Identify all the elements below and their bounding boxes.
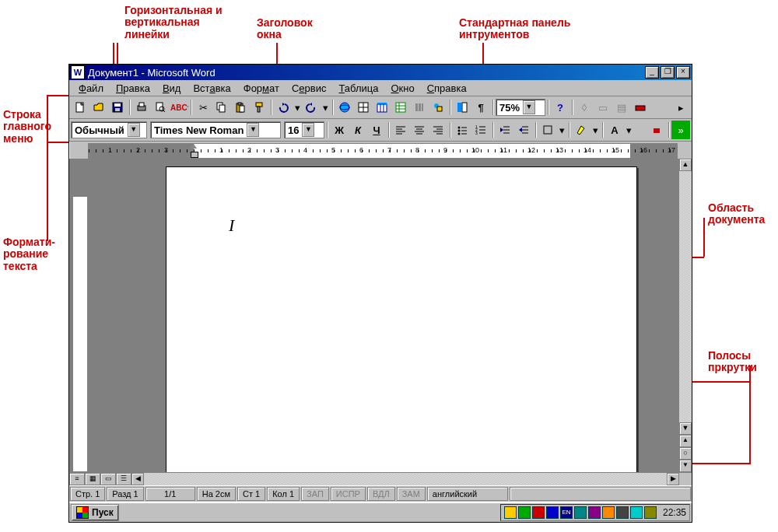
document-viewport[interactable]: I <box>88 159 678 472</box>
menu-edit[interactable]: Правка <box>110 81 156 96</box>
prev-page-button[interactable]: ▲ <box>679 435 692 447</box>
format-painter-icon[interactable] <box>250 98 268 117</box>
borders-dropdown[interactable]: ▾ <box>557 121 566 139</box>
size-combo[interactable]: 16▼ <box>284 121 324 138</box>
extra-4-icon[interactable] <box>631 98 650 117</box>
tray-icon[interactable] <box>574 506 587 519</box>
font-color-dropdown[interactable]: ▾ <box>624 121 633 139</box>
dropdown-arrow-icon[interactable]: ▼ <box>523 100 535 114</box>
align-right-icon[interactable] <box>429 121 447 139</box>
style-combo[interactable]: Обычный▼ <box>71 121 147 138</box>
tables-borders-icon[interactable] <box>354 98 373 117</box>
menu-file[interactable]: Файл <box>72 81 110 96</box>
zoom-combo[interactable]: 75%▼ <box>496 99 545 116</box>
scroll-track[interactable] <box>144 473 667 485</box>
menu-format[interactable]: Формат <box>237 81 286 96</box>
tray-icon[interactable] <box>588 506 601 519</box>
normal-view-button[interactable]: ≡ <box>69 473 85 485</box>
print-view-button[interactable]: ▭ <box>100 473 116 485</box>
system-tray[interactable]: EN 22:35 <box>500 504 690 521</box>
scroll-up-button[interactable]: ▲ <box>679 159 692 171</box>
copy-icon[interactable] <box>212 98 231 117</box>
minimize-button[interactable]: _ <box>645 66 659 79</box>
horizontal-scrollbar[interactable]: ◀ ▶ <box>131 473 679 485</box>
toolbar-more-icon[interactable]: » <box>671 121 690 139</box>
redo-icon[interactable] <box>302 98 321 117</box>
horizontal-ruler[interactable]: 3211234567891011121314151617 <box>88 143 678 159</box>
outline-view-button[interactable]: ☰ <box>116 473 131 485</box>
redo-dropdown[interactable]: ▾ <box>321 98 330 117</box>
tray-icon[interactable] <box>504 506 517 519</box>
highlight-dropdown[interactable]: ▾ <box>591 121 600 139</box>
status-rec[interactable]: ЗАП <box>301 487 329 501</box>
highlight-icon[interactable] <box>572 121 591 139</box>
scroll-right-button[interactable]: ▶ <box>667 473 679 485</box>
preview-icon[interactable] <box>151 98 170 117</box>
cut-icon[interactable]: ✂ <box>194 98 212 117</box>
borders-icon[interactable] <box>538 121 557 139</box>
help-icon[interactable]: ? <box>551 98 569 117</box>
scroll-track[interactable] <box>679 171 692 422</box>
restore-button[interactable]: ❐ <box>661 66 675 79</box>
paste-icon[interactable] <box>231 98 250 117</box>
print-icon[interactable] <box>132 98 151 117</box>
vertical-ruler[interactable] <box>72 160 88 472</box>
tray-icon[interactable] <box>546 506 559 519</box>
show-para-icon[interactable]: ¶ <box>471 98 490 117</box>
tray-icon[interactable] <box>616 506 629 519</box>
spellcheck-icon[interactable]: ABC <box>170 98 188 117</box>
open-icon[interactable] <box>89 98 108 117</box>
undo-icon[interactable] <box>274 98 293 117</box>
taskbar-clock[interactable]: 22:35 <box>663 507 686 518</box>
menu-view[interactable]: Вид <box>156 81 187 96</box>
extra-3-icon[interactable]: ▤ <box>612 98 631 117</box>
numbering-icon[interactable]: 123 <box>471 121 490 139</box>
tray-icon[interactable] <box>602 506 615 519</box>
menu-help[interactable]: Справка <box>421 81 473 96</box>
browse-object-button[interactable]: ○ <box>679 447 692 460</box>
outdent-icon[interactable] <box>496 121 514 139</box>
menu-table[interactable]: Таблица <box>332 81 384 96</box>
font-color-icon[interactable]: A <box>605 121 624 139</box>
document-page[interactable]: I <box>166 166 637 472</box>
tray-icon[interactable] <box>518 506 531 519</box>
scroll-down-button[interactable]: ▼ <box>679 422 692 435</box>
scroll-left-button[interactable]: ◀ <box>131 473 144 485</box>
close-button[interactable]: × <box>676 66 690 79</box>
menu-insert[interactable]: Вставка <box>187 81 237 96</box>
dropdown-arrow-icon[interactable]: ▼ <box>128 123 140 137</box>
tray-icon[interactable] <box>532 506 545 519</box>
dropdown-arrow-icon[interactable]: ▼ <box>247 123 259 137</box>
extra-2-icon[interactable]: ▭ <box>594 98 612 117</box>
undo-dropdown[interactable]: ▾ <box>293 98 302 117</box>
align-center-icon[interactable] <box>410 121 429 139</box>
hyperlink-icon[interactable] <box>335 98 354 117</box>
dropdown-arrow-icon[interactable]: ▼ <box>302 123 314 137</box>
font-combo[interactable]: Times New Roman▼ <box>150 121 281 138</box>
align-left-icon[interactable] <box>391 121 410 139</box>
insert-excel-icon[interactable] <box>391 98 410 117</box>
toolbar-overflow[interactable]: ▸ <box>671 98 690 117</box>
menu-tools[interactable]: Сервис <box>286 81 333 96</box>
save-icon[interactable] <box>108 98 127 117</box>
start-button[interactable]: Пуск <box>71 504 119 521</box>
drawing-icon[interactable] <box>429 98 447 117</box>
web-view-button[interactable]: ▦ <box>85 473 100 485</box>
menu-window[interactable]: Окно <box>384 81 420 96</box>
extra-1-icon[interactable]: ◊ <box>575 98 594 117</box>
status-trk[interactable]: ИСПР <box>331 487 366 501</box>
underline-button[interactable]: Ч <box>367 121 386 139</box>
status-ext[interactable]: ВДЛ <box>367 487 395 501</box>
titlebar[interactable]: W Документ1 - Microsoft Word _ ❐ × <box>69 65 692 80</box>
tool-extra-icon[interactable] <box>647 121 666 139</box>
status-lang[interactable]: английский <box>427 487 508 501</box>
vertical-scrollbar[interactable]: ▲ ▼ ▲ ○ ▼ <box>678 159 692 472</box>
bold-button[interactable]: Ж <box>330 121 349 139</box>
new-icon[interactable] <box>71 98 89 117</box>
italic-button[interactable]: К <box>349 121 367 139</box>
tray-icon[interactable] <box>644 506 657 519</box>
indent-icon[interactable] <box>514 121 533 139</box>
doc-map-icon[interactable] <box>453 98 471 117</box>
tray-lang-icon[interactable]: EN <box>560 506 573 519</box>
columns-icon[interactable] <box>410 98 429 117</box>
